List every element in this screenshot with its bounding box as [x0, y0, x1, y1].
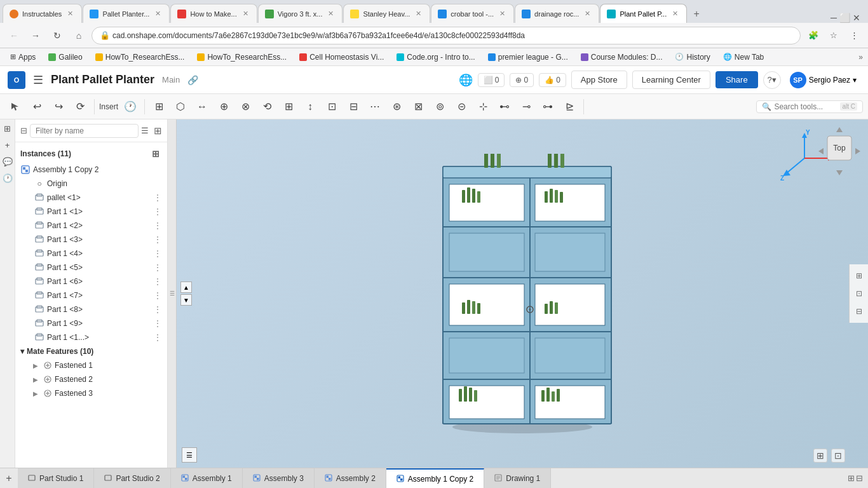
star-icon[interactable]: ☆	[825, 27, 843, 44]
right-panel-btn-3[interactable]: ⊟	[851, 304, 867, 319]
toolbar-tool-10[interactable]: ⊟	[343, 97, 363, 117]
tree-item-part1-3[interactable]: Part 1 <3> ⋮	[15, 233, 167, 247]
toolbar-tool-12[interactable]: ⊛	[386, 97, 407, 117]
settings-icon[interactable]: ⋮	[845, 27, 863, 44]
bottom-tab-d1[interactable]: Drawing 1	[484, 468, 551, 488]
bottom-tab-ps2[interactable]: Part Studio 2	[94, 468, 170, 488]
tree-item-part1-1[interactable]: Part 1 <1> ⋮	[15, 205, 167, 219]
hamburger-menu[interactable]: ☰	[31, 71, 46, 90]
toolbar-tool-13[interactable]: ⊠	[408, 97, 428, 117]
bottom-tab-ps1[interactable]: Part Studio 1	[18, 468, 94, 488]
bookmark-codeorg[interactable]: Code.org - Intro to...	[391, 51, 480, 63]
onshape-logo[interactable]: O	[8, 71, 25, 89]
tab-close-icon[interactable]: ✕	[498, 9, 507, 18]
right-panel-btn-1[interactable]: ⊞	[851, 268, 867, 283]
browser-tab[interactable]: Instructables ✕	[3, 4, 82, 23]
toolbar-tool-1[interactable]: ⊞	[149, 97, 169, 117]
minimize-icon[interactable]: ─	[831, 13, 837, 23]
left-history-btn[interactable]: 🕐	[1, 172, 14, 184]
forward-button[interactable]: →	[27, 27, 44, 44]
help-button[interactable]: ? ▾	[763, 71, 781, 89]
left-comment-btn[interactable]: 💬	[1, 155, 14, 168]
relations-count-badge[interactable]: ⊕ 0	[510, 73, 534, 87]
toolbar-tool-3[interactable]: ↔	[192, 97, 212, 117]
bookmark-apps[interactable]: ⊞ Apps	[5, 51, 41, 63]
instances-add-button[interactable]: ⊞	[149, 147, 162, 160]
tab-close-icon[interactable]: ✕	[241, 9, 250, 18]
item-dots-2[interactable]: ⋮	[153, 220, 162, 231]
maximize-icon[interactable]: ⬜	[839, 13, 850, 23]
toolbar-tool-4[interactable]: ⊕	[214, 97, 234, 117]
home-button[interactable]: ⌂	[70, 27, 88, 44]
right-panel-btn-2[interactable]: ⊡	[851, 286, 867, 301]
bookmark-history[interactable]: 🕐 History	[670, 51, 715, 63]
close-icon[interactable]: ✕	[853, 13, 860, 23]
tab-close-icon[interactable]: ✕	[414, 9, 423, 18]
bottom-action-icon-2[interactable]: ⊟	[856, 473, 863, 483]
toolbar-tool-7[interactable]: ⊞	[278, 97, 299, 117]
bottom-tab-a3[interactable]: Assembly 3	[243, 468, 315, 488]
toolbar-tool-19[interactable]: ⊶	[538, 97, 558, 117]
item-dots-5[interactable]: ⋮	[153, 262, 162, 273]
tab-close-icon[interactable]: ✕	[326, 9, 336, 18]
sidebar-filter-icon[interactable]: ⊟	[20, 126, 27, 135]
item-dots-10[interactable]: ⋮	[153, 332, 162, 342]
address-bar[interactable]: 🔒 cad.onshape.com/documents/7a6e2867c193…	[92, 27, 801, 44]
view-cube[interactable]: Top	[817, 126, 862, 179]
toolbar-tool-15[interactable]: ⊝	[451, 97, 471, 117]
likes-count-badge[interactable]: 👍 0	[539, 73, 566, 87]
browser-tab[interactable]: How to Make... ✕	[170, 4, 257, 23]
item-dots-4[interactable]: ⋮	[153, 248, 162, 259]
left-filter-btn[interactable]: +	[1, 139, 14, 151]
bottom-tab-a2[interactable]: Assembly 2	[315, 468, 386, 488]
add-tab-button[interactable]: +	[0, 468, 18, 488]
toolbar-tool-16[interactable]: ⊹	[473, 97, 493, 117]
mate-item-fastened2[interactable]: ▶ Fastened 2	[15, 372, 167, 386]
item-dots-7[interactable]: ⋮	[153, 290, 162, 301]
bookmark-cell[interactable]: Cell Homeostasis Vi...	[294, 51, 389, 63]
tree-item-part1-5[interactable]: Part 1 <5> ⋮	[15, 261, 167, 274]
sidebar-list-icon[interactable]: ☰	[141, 126, 149, 135]
sidebar-add-icon[interactable]: ⊞	[154, 125, 162, 137]
toolbar-tool-11[interactable]: ⋯	[365, 97, 385, 117]
more-bookmarks-icon[interactable]: »	[858, 53, 863, 62]
sidebar-expand-handle[interactable]: ☰	[168, 119, 177, 468]
tab-close-icon[interactable]: ✕	[65, 9, 75, 18]
collapse-panel-btn[interactable]: ☰	[182, 447, 197, 463]
toolbar-undo-btn[interactable]: ↩	[27, 97, 47, 117]
browser-tab[interactable]: Pallet Planter... ✕	[83, 4, 170, 23]
bookmark-course[interactable]: Course Modules: D...	[576, 51, 668, 63]
bookmark-newtab[interactable]: 🌐 New Tab	[718, 51, 769, 63]
bookmark-premier[interactable]: premier league - G...	[483, 51, 573, 63]
tree-item-part1-4[interactable]: Part 1 <4> ⋮	[15, 247, 167, 261]
share-button[interactable]: Share	[715, 71, 758, 88]
extensions-icon[interactable]: 🧩	[804, 27, 822, 44]
browser-tab[interactable]: Stanley Heav... ✕	[343, 4, 430, 23]
item-dots-6[interactable]: ⋮	[153, 276, 162, 287]
mate-item-fastened1[interactable]: ▶ Fastened 1	[15, 358, 167, 372]
reload-button[interactable]: ↻	[48, 27, 66, 44]
left-select-btn[interactable]: ⊞	[1, 122, 14, 135]
bookmark-howto1[interactable]: HowTo_ResearchEss...	[90, 51, 190, 63]
tree-item-origin[interactable]: ○ Origin	[15, 177, 167, 191]
tab-close-icon[interactable]: ✕	[153, 9, 163, 18]
item-dots-3[interactable]: ⋮	[153, 234, 162, 245]
browser-tab-active[interactable]: Plant Pallet P... ✕	[600, 4, 687, 23]
new-tab-button[interactable]: +	[688, 5, 705, 23]
viewport-icon-left[interactable]: ⊞	[813, 449, 827, 463]
scroll-down-btn[interactable]: ▼	[180, 294, 192, 306]
tab-close-icon[interactable]: ✕	[583, 9, 592, 18]
toolbar-tool-20[interactable]: ⊵	[559, 97, 580, 117]
toolbar-tool-9[interactable]: ⊡	[322, 97, 342, 117]
toolbar-select-btn[interactable]	[5, 97, 25, 117]
globe-button[interactable]: 🌐	[459, 73, 473, 87]
tree-item-pallet1[interactable]: pallet <1> ⋮	[15, 191, 167, 205]
toolbar-tool-6[interactable]: ⟲	[257, 97, 277, 117]
toolbar-tool-17[interactable]: ⊷	[494, 97, 515, 117]
tree-item-part1-9[interactable]: Part 1 <9> ⋮	[15, 316, 167, 330]
item-dots-1[interactable]: ⋮	[153, 207, 162, 217]
viewport[interactable]: Y Z X	[177, 119, 868, 468]
tree-item-part1-7[interactable]: Part 1 <7> ⋮	[15, 288, 167, 302]
bottom-action-icon-1[interactable]: ⊞	[848, 473, 855, 483]
doc-link-icon[interactable]: 🔗	[187, 75, 198, 85]
